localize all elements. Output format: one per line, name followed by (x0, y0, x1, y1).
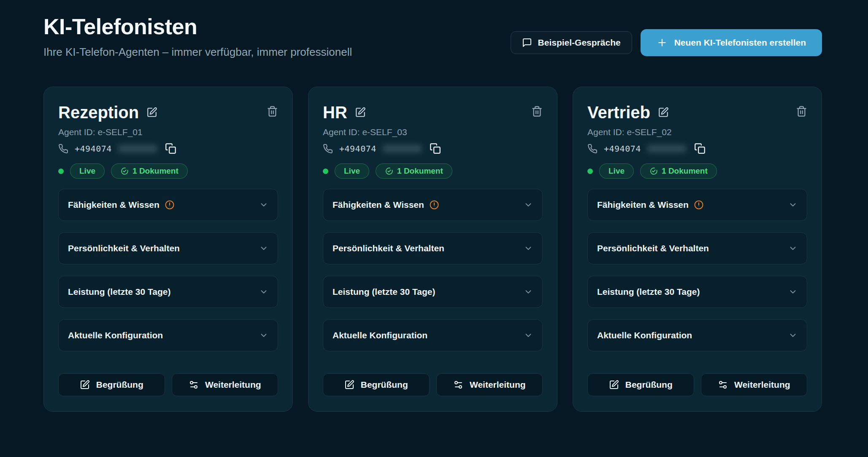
square-pen-icon (355, 107, 366, 118)
sections: Fähigkeiten & Wissen Persönlichkeit & Ve… (323, 189, 543, 351)
documents-badge: 1 Dokument (376, 163, 452, 179)
agent-id: Agent ID: e-SELF_01 (58, 127, 278, 137)
section-row[interactable]: Leistung (letzte 30 Tage) (323, 276, 543, 308)
agent-id: Agent ID: e-SELF_02 (587, 127, 807, 137)
documents-badge: 1 Dokument (111, 163, 188, 179)
section-row[interactable]: Persönlichkeit & Verhalten (587, 232, 807, 264)
alert-circle-icon (429, 200, 439, 210)
phone-number-redacted (118, 145, 157, 152)
live-badge-label: Live (79, 166, 95, 176)
create-agent-button[interactable]: Neuen KI-Telefonisten erstellen (641, 29, 822, 56)
section-row[interactable]: Persönlichkeit & Verhalten (323, 232, 543, 264)
greeting-button-label: Begrüßung (361, 380, 408, 390)
cards-row: Rezeption Agent ID: e-SELF_01 +494074 (43, 87, 822, 412)
section-row[interactable]: Fähigkeiten & Wissen (58, 189, 278, 221)
section-row[interactable]: Aktuelle Konfiguration (58, 319, 278, 351)
card-actions: Begrüßung Weiterleitung (58, 373, 278, 396)
agent-name: Vertrieb (587, 103, 650, 122)
agent-card: Vertrieb Agent ID: e-SELF_02 +494074 (573, 87, 822, 412)
section-row[interactable]: Fähigkeiten & Wissen (587, 189, 807, 221)
live-badge-label: Live (608, 166, 625, 176)
phone-number-redacted (647, 145, 686, 152)
section-row[interactable]: Aktuelle Konfiguration (587, 319, 807, 351)
check-circle-icon (649, 167, 658, 175)
agent-card: HR Agent ID: e-SELF_03 +494074 (308, 87, 557, 412)
chevron-down-icon (524, 200, 533, 209)
forwarding-button[interactable]: Weiterleitung (172, 373, 279, 396)
forwarding-button-label: Weiterleitung (734, 380, 790, 390)
message-square-icon (522, 38, 532, 48)
greeting-button-label: Begrüßung (96, 380, 143, 390)
card-head: Rezeption (58, 103, 278, 122)
section-label: Persönlichkeit & Verhalten (68, 243, 180, 253)
title-wrap: Vertrieb (587, 103, 669, 122)
edit-name-button[interactable] (146, 107, 157, 118)
check-circle-icon (385, 167, 393, 175)
badges-row: Live 1 Dokument (58, 163, 278, 179)
edit-name-button[interactable] (658, 107, 669, 118)
sliders-icon (453, 380, 463, 390)
trash-icon (267, 106, 278, 117)
page-header: KI-Telefonisten Ihre KI-Telefon-Agenten … (43, 14, 352, 59)
section-label: Persönlichkeit & Verhalten (333, 243, 444, 253)
copy-phone-button[interactable] (165, 143, 176, 154)
section-label: Leistung (letzte 30 Tage) (68, 287, 170, 297)
badges-row: Live 1 Dokument (587, 163, 807, 179)
card-actions: Begrüßung Weiterleitung (587, 373, 807, 396)
live-badge: Live (70, 163, 105, 179)
square-pen-icon (146, 107, 157, 118)
examples-button[interactable]: Beispiel-Gespräche (511, 31, 632, 54)
examples-button-label: Beispiel-Gespräche (538, 38, 621, 48)
phone-icon (587, 144, 598, 154)
trash-icon (531, 106, 543, 117)
alert-circle-icon (694, 200, 704, 210)
greeting-button[interactable]: Begrüßung (323, 373, 430, 396)
live-status-dot (58, 169, 64, 174)
forwarding-button[interactable]: Weiterleitung (701, 373, 808, 396)
copy-icon (165, 143, 176, 154)
greeting-button[interactable]: Begrüßung (587, 373, 694, 396)
sections: Fähigkeiten & Wissen Persönlichkeit & Ve… (58, 189, 278, 351)
chevron-down-icon (259, 331, 268, 340)
greeting-button[interactable]: Begrüßung (58, 373, 165, 396)
phone-row: +494074 (323, 143, 543, 154)
section-row[interactable]: Leistung (letzte 30 Tage) (58, 276, 278, 308)
forwarding-button[interactable]: Weiterleitung (436, 373, 543, 396)
live-status-dot (323, 169, 328, 174)
copy-phone-button[interactable] (694, 143, 706, 154)
section-label: Persönlichkeit & Verhalten (597, 243, 709, 253)
phone-row: +494074 (587, 143, 807, 154)
section-label: Leistung (letzte 30 Tage) (597, 287, 700, 297)
section-label: Leistung (letzte 30 Tage) (333, 287, 435, 297)
header-actions: Beispiel-Gespräche Neuen KI-Telefonisten… (511, 29, 822, 57)
copy-phone-button[interactable] (430, 143, 441, 154)
plus-icon (657, 37, 668, 48)
card-head: Vertrieb (587, 103, 807, 122)
delete-agent-button[interactable] (531, 106, 543, 117)
phone-row: +494074 (58, 143, 278, 154)
agent-id: Agent ID: e-SELF_03 (323, 127, 543, 137)
square-pen-icon (658, 107, 669, 118)
delete-agent-button[interactable] (796, 106, 807, 117)
section-row[interactable]: Leistung (letzte 30 Tage) (587, 276, 807, 308)
section-row[interactable]: Aktuelle Konfiguration (323, 319, 543, 351)
square-pen-icon (344, 380, 354, 390)
section-label: Fähigkeiten & Wissen (597, 200, 689, 210)
section-row[interactable]: Fähigkeiten & Wissen (323, 189, 543, 221)
section-row[interactable]: Persönlichkeit & Verhalten (58, 232, 278, 264)
section-label: Fähigkeiten & Wissen (68, 200, 160, 210)
documents-badge: 1 Dokument (640, 163, 717, 179)
agent-name: HR (323, 103, 347, 122)
section-label: Aktuelle Konfiguration (597, 330, 692, 340)
page-title: KI-Telefonisten (43, 14, 352, 40)
square-pen-icon (609, 380, 619, 390)
live-badge: Live (335, 163, 369, 179)
check-circle-icon (120, 167, 129, 175)
edit-name-button[interactable] (355, 107, 366, 118)
chevron-down-icon (524, 331, 533, 340)
phone-icon (323, 144, 333, 154)
page-subtitle: Ihre KI-Telefon-Agenten – immer verfügba… (43, 46, 352, 59)
delete-agent-button[interactable] (267, 106, 278, 117)
phone-number: +494074 (75, 144, 112, 154)
copy-icon (430, 143, 441, 154)
